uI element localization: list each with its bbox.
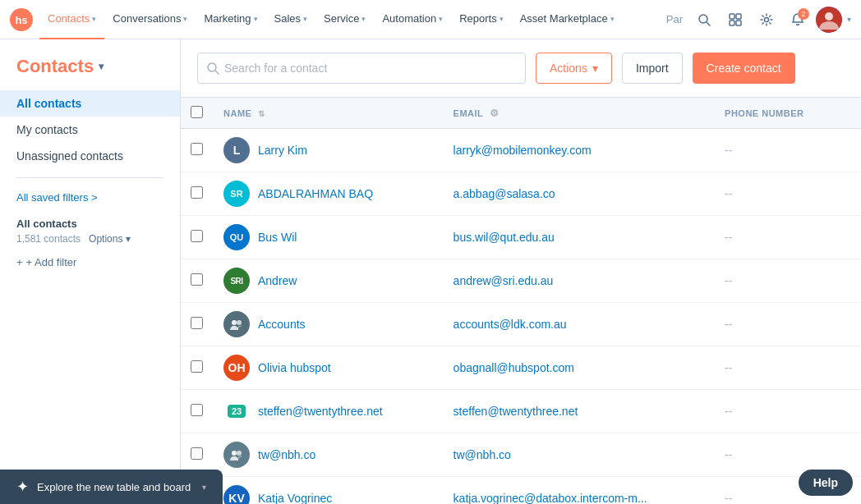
table-row[interactable]: KVKatja Vogrineckatja.vogrinec@databox.i…	[181, 477, 861, 505]
name-column-header[interactable]: NAME ⇅	[214, 98, 444, 129]
main-content: Actions ▾ Import Create contact	[181, 39, 861, 504]
contact-name-link[interactable]: Andrew	[258, 274, 297, 287]
nav-item-marketing[interactable]: Marketing ▾	[196, 0, 265, 39]
actions-chevron-icon: ▾	[592, 62, 598, 75]
nav-items: Contacts ▾ Conversations ▾ Marketing ▾ S…	[39, 0, 666, 39]
create-contact-button[interactable]: Create contact	[693, 53, 795, 84]
row-phone-cell: --	[715, 259, 861, 303]
contact-name-link[interactable]: Olivia hubspot	[258, 361, 331, 374]
contact-email-link[interactable]: andrew@sri.edu.au	[454, 274, 554, 287]
nav-item-automation[interactable]: Automation ▾	[374, 0, 451, 39]
row-checkbox[interactable]	[191, 186, 203, 199]
sidebar-item-all-contacts[interactable]: All contacts	[0, 90, 180, 117]
row-email-cell: a.abbag@salasa.co	[444, 172, 715, 216]
sidebar-title-chevron[interactable]: ▾	[99, 61, 104, 72]
explore-banner[interactable]: ✦ Explore the new table and board ▾	[0, 470, 223, 504]
row-checkbox[interactable]	[191, 230, 203, 242]
svg-line-3	[707, 22, 710, 25]
table-row[interactable]: OHOlivia hubspotobagnall@hubspot.com--	[181, 346, 861, 390]
row-name-cell: SRABDALRAHMAN BAQ	[214, 172, 444, 216]
table-row[interactable]: LLarry Kimlarryk@mobilemonkey.com--	[181, 129, 861, 172]
row-email-cell: katja.vogrinec@databox.intercom-m...	[444, 477, 715, 505]
table-row[interactable]: Accountsaccounts@ldk.com.au--	[181, 303, 861, 346]
nav-item-asset-marketplace[interactable]: Asset Marketplace ▾	[512, 0, 623, 39]
svg-point-10	[825, 12, 833, 21]
help-button[interactable]: Help	[799, 470, 853, 496]
select-all-header	[181, 98, 214, 129]
contacts-table: NAME ⇅ EMAIL ⚙ PHONE NUMBER LLarry Kimla…	[181, 98, 861, 504]
chevron-down-icon: ▾	[303, 15, 307, 23]
contact-email-link[interactable]: bus.wil@qut.edu.au	[454, 231, 555, 244]
search-button[interactable]	[691, 7, 717, 33]
marketplace-button[interactable]	[722, 7, 748, 33]
table-row[interactable]: SRIAndrewandrew@sri.edu.au--	[181, 259, 861, 303]
contact-name-link[interactable]: Bus Wil	[258, 231, 297, 244]
contact-email-link[interactable]: tw@nbh.co	[454, 448, 511, 461]
contact-avatar: QU	[223, 224, 250, 250]
search-input[interactable]	[224, 62, 517, 75]
table-row[interactable]: QUBus Wilbus.wil@qut.edu.au--	[181, 216, 861, 259]
sidebar-options-button[interactable]: Options ▾	[89, 233, 131, 245]
sidebar-title: Contacts ▾	[0, 56, 180, 90]
contact-avatar: KV	[223, 485, 250, 504]
nav-item-service[interactable]: Service ▾	[315, 0, 374, 39]
contact-name-link[interactable]: Accounts	[258, 318, 306, 331]
row-name-cell: QUBus Wil	[214, 216, 444, 259]
table-header: NAME ⇅ EMAIL ⚙ PHONE NUMBER	[181, 98, 861, 129]
svg-point-8	[765, 17, 769, 21]
nav-item-conversations[interactable]: Conversations ▾	[104, 0, 196, 39]
column-settings-icon[interactable]: ⚙	[490, 108, 500, 119]
notifications-button[interactable]: 2	[785, 7, 811, 33]
svg-rect-4	[730, 14, 734, 19]
row-checkbox-cell	[181, 172, 214, 216]
add-filter-button[interactable]: + + Add filter	[0, 250, 180, 275]
row-checkbox[interactable]	[191, 273, 203, 286]
contact-email-link[interactable]: larryk@mobilemonkey.com	[454, 144, 592, 157]
table-row[interactable]: tw@nbh.cotw@nbh.co--	[181, 433, 861, 477]
row-name-cell: KVKatja Vogrinec	[214, 477, 444, 505]
settings-button[interactable]	[753, 7, 780, 33]
chevron-down-icon: ▾	[254, 15, 258, 23]
row-email-cell: andrew@sri.edu.au	[444, 259, 715, 303]
chevron-down-icon: ▾	[92, 15, 96, 23]
page-layout: Contacts ▾ All contacts My contacts Unas…	[0, 39, 861, 504]
contact-name-link[interactable]: steffen@twentythree.net	[258, 405, 383, 418]
table-row[interactable]: 23steffen@twentythree.netsteffen@twentyt…	[181, 390, 861, 433]
nav-item-contacts[interactable]: Contacts ▾	[39, 0, 104, 39]
select-all-checkbox[interactable]	[191, 106, 203, 118]
user-avatar[interactable]	[816, 7, 842, 33]
avatar-chevron[interactable]: ▾	[847, 15, 851, 24]
row-name-cell: tw@nbh.co	[214, 433, 444, 477]
row-email-cell: bus.wil@qut.edu.au	[444, 216, 715, 259]
sidebar-item-unassigned-contacts[interactable]: Unassigned contacts	[0, 143, 180, 169]
actions-button[interactable]: Actions ▾	[536, 53, 612, 84]
email-column-header[interactable]: EMAIL ⚙	[444, 98, 715, 129]
contact-name-link[interactable]: tw@nbh.co	[258, 448, 315, 461]
sidebar-saved-filters-link[interactable]: All saved filters >	[0, 186, 180, 208]
row-checkbox[interactable]	[191, 143, 203, 155]
contact-email-link[interactable]: katja.vogrinec@databox.intercom-m...	[454, 492, 647, 504]
contact-avatar: OH	[223, 355, 250, 381]
hubspot-logo[interactable]: hs	[10, 8, 33, 31]
row-checkbox[interactable]	[191, 404, 203, 416]
contact-name-link[interactable]: Larry Kim	[258, 144, 307, 157]
contact-name-link[interactable]: ABDALRAHMAN BAQ	[258, 187, 373, 200]
row-checkbox[interactable]	[191, 447, 203, 460]
contact-avatar	[223, 311, 250, 337]
nav-item-sales[interactable]: Sales ▾	[266, 0, 316, 39]
row-checkbox-cell	[181, 346, 214, 390]
contact-email-link[interactable]: steffen@twentythree.net	[454, 405, 578, 418]
nav-item-reports[interactable]: Reports ▾	[451, 0, 512, 39]
row-checkbox[interactable]	[191, 317, 203, 329]
row-checkbox[interactable]	[191, 360, 203, 373]
row-email-cell: tw@nbh.co	[444, 433, 715, 477]
import-button[interactable]: Import	[622, 53, 683, 84]
row-checkbox-cell	[181, 129, 214, 172]
contact-email-link[interactable]: accounts@ldk.com.au	[454, 318, 567, 331]
contact-email-link[interactable]: obagnall@hubspot.com	[454, 361, 574, 374]
contact-email-link[interactable]: a.abbag@salasa.co	[454, 187, 555, 200]
table-row[interactable]: SRABDALRAHMAN BAQa.abbag@salasa.co--	[181, 172, 861, 216]
contact-name-link[interactable]: Katja Vogrinec	[258, 492, 332, 504]
svg-point-14	[237, 320, 242, 325]
sidebar-item-my-contacts[interactable]: My contacts	[0, 117, 180, 143]
